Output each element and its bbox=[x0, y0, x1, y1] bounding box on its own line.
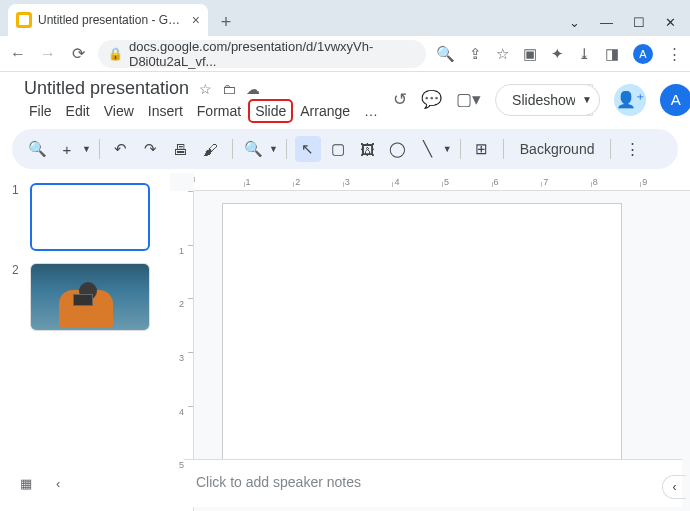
slideshow-split-button[interactable]: Slideshow ▼ bbox=[495, 84, 600, 116]
toolbar-overflow[interactable]: ⋮ bbox=[619, 136, 645, 162]
search-menus-icon[interactable]: 🔍 bbox=[24, 136, 50, 162]
extensions-icon[interactable]: ✦ bbox=[551, 45, 564, 63]
close-tab-icon[interactable]: × bbox=[192, 12, 200, 28]
menu-insert[interactable]: Insert bbox=[143, 101, 188, 121]
bottom-left-controls: ▦ ‹ bbox=[12, 459, 172, 507]
profile-avatar[interactable]: A bbox=[633, 44, 653, 64]
thumbnail-slide[interactable] bbox=[30, 263, 150, 331]
app-header: Untitled presentation ☆ 🗀 ☁ FileEditView… bbox=[0, 72, 690, 121]
close-window-icon[interactable]: ✕ bbox=[665, 15, 676, 30]
undo-button[interactable]: ↶ bbox=[108, 136, 134, 162]
star-icon[interactable]: ☆ bbox=[496, 45, 509, 63]
window-controls: ⌄ — ☐ ✕ bbox=[569, 15, 690, 36]
line-dropdown[interactable]: ▼ bbox=[443, 144, 452, 154]
line-tool[interactable]: ╲ bbox=[415, 136, 441, 162]
print-button[interactable]: 🖶 bbox=[168, 136, 194, 162]
toolbar: 🔍 +▼ ↶ ↷ 🖶 🖌 🔍▼ ↖ ▢ 🖼 ◯ ╲▼ ⊞ Background … bbox=[12, 129, 678, 169]
menu-view[interactable]: View bbox=[99, 101, 139, 121]
meet-icon[interactable]: ▢▾ bbox=[456, 89, 481, 110]
lock-icon: 🔒 bbox=[108, 47, 123, 61]
zoom-icon[interactable]: 🔍 bbox=[436, 45, 455, 63]
account-avatar[interactable]: A bbox=[660, 84, 690, 116]
thumbnail-row: 1 bbox=[12, 183, 158, 251]
forward-button[interactable]: → bbox=[38, 45, 58, 63]
menu-arrange[interactable]: Arrange bbox=[295, 101, 355, 121]
notes-placeholder: Click to add speaker notes bbox=[196, 474, 361, 490]
textbox-tool[interactable]: ▢ bbox=[325, 136, 351, 162]
menu-format[interactable]: Format bbox=[192, 101, 246, 121]
chevron-down-icon[interactable]: ⌄ bbox=[569, 15, 580, 30]
redo-button[interactable]: ↷ bbox=[138, 136, 164, 162]
thumbnail-image bbox=[31, 264, 149, 330]
thumbnail-number: 1 bbox=[12, 183, 22, 251]
slideshow-dropdown[interactable]: ▼ bbox=[575, 84, 600, 116]
comments-icon[interactable]: 💬 bbox=[421, 89, 442, 110]
thumbnail-slide[interactable] bbox=[30, 183, 150, 251]
back-button[interactable]: ← bbox=[8, 45, 28, 63]
downloads-icon[interactable]: ⤓ bbox=[578, 45, 591, 63]
sidepanel-icon[interactable]: ◨ bbox=[605, 45, 619, 63]
menu-slide[interactable]: Slide bbox=[250, 101, 291, 121]
browser-menu-icon[interactable]: ⋮ bbox=[667, 45, 682, 63]
cast-icon[interactable]: ▣ bbox=[523, 45, 537, 63]
menu-file[interactable]: File bbox=[24, 101, 57, 121]
maximize-icon[interactable]: ☐ bbox=[633, 15, 645, 30]
comment-add-button[interactable]: ⊞ bbox=[469, 136, 495, 162]
minimize-icon[interactable]: — bbox=[600, 15, 613, 30]
prev-slide-icon[interactable]: ‹ bbox=[56, 476, 60, 491]
image-tool[interactable]: 🖼 bbox=[355, 136, 381, 162]
cloud-status-icon[interactable]: ☁ bbox=[246, 81, 260, 97]
thumbnail-number: 2 bbox=[12, 263, 22, 331]
menu-…[interactable]: … bbox=[359, 101, 383, 121]
history-icon[interactable]: ↺ bbox=[393, 89, 407, 110]
doc-title[interactable]: Untitled presentation bbox=[24, 78, 189, 99]
paint-format-button[interactable]: 🖌 bbox=[198, 136, 224, 162]
thumbnail-row: 2 bbox=[12, 263, 158, 331]
background-button[interactable]: Background bbox=[512, 141, 603, 157]
menu-bar: FileEditViewInsertFormatSlideArrange… bbox=[24, 101, 383, 121]
share-url-icon[interactable]: ⇪ bbox=[469, 45, 482, 63]
share-button[interactable]: 👤⁺ bbox=[614, 84, 646, 116]
slides-favicon bbox=[16, 12, 32, 28]
reload-button[interactable]: ⟳ bbox=[68, 44, 88, 63]
slide[interactable] bbox=[223, 204, 621, 462]
slide-canvas[interactable] bbox=[222, 203, 622, 463]
tab-title: Untitled presentation - Google Slides bbox=[38, 13, 186, 27]
address-bar: ← → ⟳ 🔒 docs.google.com/presentation/d/1… bbox=[0, 36, 690, 72]
zoom-button[interactable]: 🔍 bbox=[241, 136, 267, 162]
url-field[interactable]: 🔒 docs.google.com/presentation/d/1vwxyVh… bbox=[98, 40, 426, 68]
new-slide-dropdown[interactable]: ▼ bbox=[82, 144, 91, 154]
new-slide-button[interactable]: + bbox=[54, 136, 80, 162]
shape-tool[interactable]: ◯ bbox=[385, 136, 411, 162]
menu-edit[interactable]: Edit bbox=[61, 101, 95, 121]
move-doc-icon[interactable]: 🗀 bbox=[222, 81, 236, 97]
star-doc-icon[interactable]: ☆ bbox=[199, 81, 212, 97]
explore-button[interactable]: ‹ bbox=[662, 475, 686, 499]
ruler-horizontal: 123456789 bbox=[194, 173, 690, 191]
speaker-notes[interactable]: Click to add speaker notes bbox=[184, 459, 682, 507]
zoom-dropdown[interactable]: ▼ bbox=[269, 144, 278, 154]
new-tab-button[interactable]: + bbox=[212, 8, 240, 36]
select-tool[interactable]: ↖ bbox=[295, 136, 321, 162]
browser-tab-strip: Untitled presentation - Google Slides × … bbox=[0, 0, 690, 36]
browser-tab[interactable]: Untitled presentation - Google Slides × bbox=[8, 4, 208, 36]
grid-view-icon[interactable]: ▦ bbox=[20, 476, 32, 491]
url-text: docs.google.com/presentation/d/1vwxyVh-D… bbox=[129, 39, 416, 69]
